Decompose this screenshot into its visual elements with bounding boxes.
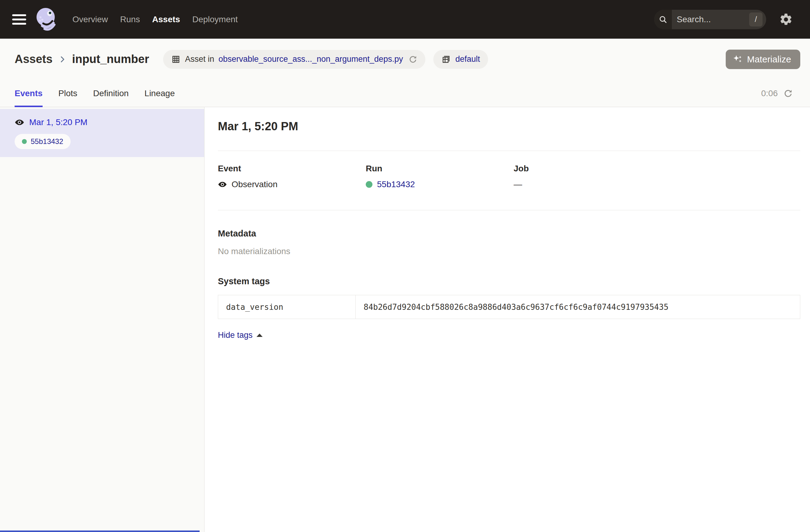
tab-events[interactable]: Events [15,80,43,107]
metadata-empty-text: No materializations [218,246,800,256]
events-content: Mar 1, 5:20 PM 55b13432 Mar 1, 5:20 PM E… [0,107,810,532]
event-run-id: 55b13432 [31,137,63,146]
run-column-label: Run [366,164,514,174]
event-run-chip[interactable]: 55b13432 [15,134,70,149]
event-detail-panel: Mar 1, 5:20 PM Event Observation Run 55b… [205,107,810,532]
system-tags-table: data_version 84b26d7d9204cbf588026c8a988… [218,295,800,319]
asset-tabs: Events Plots Definition Lineage [15,80,175,107]
asset-grid-icon [171,54,181,64]
tab-definition[interactable]: Definition [93,80,129,107]
job-column: Job — [514,164,800,189]
divider [218,151,800,151]
metadata-heading: Metadata [218,229,800,239]
materialize-button[interactable]: Materialize [726,50,800,69]
job-empty-value: — [514,180,522,189]
search-icon [654,10,672,29]
search-shortcut-badge: / [749,13,763,27]
top-navigation-bar: Overview Runs Assets Deployment / [0,0,810,39]
event-timestamp[interactable]: Mar 1, 5:20 PM [29,117,87,127]
run-status-dot [366,181,372,188]
nav-item-assets[interactable]: Assets [152,15,180,25]
event-column: Event Observation [218,164,366,189]
table-row: data_version 84b26d7d9204cbf588026c8a988… [218,295,800,319]
settings-gear-icon[interactable] [779,13,793,27]
nav-item-runs[interactable]: Runs [120,15,140,25]
dagster-logo [35,7,57,32]
event-list-sidebar: Mar 1, 5:20 PM 55b13432 [0,107,205,532]
observation-eye-icon [15,117,25,127]
asset-origin-pill: Asset in observable_source_ass..._non_ar… [163,50,425,69]
reload-definitions-icon[interactable] [408,55,418,64]
materialize-label: Materialize [747,54,791,65]
tab-lineage[interactable]: Lineage [145,80,175,107]
main-nav: Overview Runs Assets Deployment [72,15,238,25]
asset-origin-prefix: Asset in [185,54,214,64]
refresh-icon[interactable] [783,88,793,98]
job-column-label: Job [514,164,800,174]
tag-key-cell: data_version [218,295,356,319]
run-id-link[interactable]: 55b13432 [377,180,415,189]
hide-tags-link[interactable]: Hide tags [218,331,263,340]
event-list-item-selected[interactable]: Mar 1, 5:20 PM 55b13432 [0,109,204,157]
observation-eye-icon [218,180,227,189]
asset-header: Assets input_number Asset in observable_… [0,39,810,80]
run-status-dot [22,139,27,144]
system-tags-heading: System tags [218,276,800,286]
global-search[interactable]: / [654,10,766,29]
event-type-value: Observation [231,180,277,189]
event-summary-columns: Event Observation Run 55b13432 Job [218,164,800,189]
sparkle-icon [732,54,743,65]
caret-up-icon [257,334,263,337]
tag-value-cell: 84b26d7d9204cbf588026c8a9886d403a6c9637c… [356,295,800,319]
page-title: input_number [72,53,149,66]
menu-icon[interactable] [12,14,26,25]
chevron-right-icon [58,55,67,64]
hide-tags-label: Hide tags [218,331,253,340]
search-input[interactable] [672,15,749,25]
nav-item-deployment[interactable]: Deployment [192,15,238,25]
tab-plots[interactable]: Plots [59,80,77,107]
repository-default-link[interactable]: default [455,54,480,64]
run-column: Run 55b13432 [366,164,514,189]
event-column-label: Event [218,164,366,174]
breadcrumb-assets-link[interactable]: Assets [15,53,53,66]
divider [218,210,800,210]
bottom-scroll-indicator [0,531,200,532]
event-detail-title: Mar 1, 5:20 PM [218,120,800,133]
refresh-countdown: 0:06 [761,88,778,98]
asset-definition-file-link[interactable]: observable_source_ass..._non_argument_de… [218,54,403,64]
asset-tabs-bar: Events Plots Definition Lineage 0:06 [0,80,810,107]
nav-item-overview[interactable]: Overview [72,15,108,25]
repository-icon [441,54,451,64]
repository-pill: default [433,50,488,69]
